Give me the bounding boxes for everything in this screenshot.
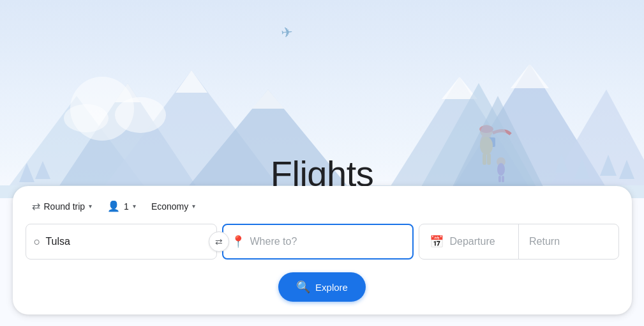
search-options-row: ⇄ Round trip ▾ 👤 1 ▾ Economy ▾ xyxy=(26,196,619,216)
search-fields-row: ○ ⇄ 📍 📅 Departure Return xyxy=(26,224,619,260)
departure-placeholder: Departure xyxy=(450,236,495,247)
departure-field[interactable]: 📅 Departure xyxy=(419,224,520,259)
svg-marker-9 xyxy=(252,89,284,109)
return-field[interactable]: Return xyxy=(519,224,618,259)
search-icon: 🔍 xyxy=(296,280,310,294)
calendar-icon: 📅 xyxy=(430,235,444,249)
explore-label: Explore xyxy=(315,282,348,293)
swap-arrows-icon: ⇄ xyxy=(32,200,40,212)
origin-input[interactable] xyxy=(45,236,208,247)
explore-btn-wrapper: 🔍 Explore xyxy=(26,272,619,302)
cabin-class-label: Economy xyxy=(151,201,188,212)
destination-location-icon: 📍 xyxy=(231,235,245,249)
swap-button[interactable]: ⇄ xyxy=(209,231,229,252)
origin-location-icon: ○ xyxy=(34,235,41,249)
search-panel: ⇄ Round trip ▾ 👤 1 ▾ Economy ▾ ○ xyxy=(13,186,632,314)
passengers-button[interactable]: 👤 1 ▾ xyxy=(101,196,142,216)
svg-point-21 xyxy=(64,104,109,132)
hero-section: ✈ xyxy=(0,0,644,198)
svg-point-20 xyxy=(115,97,166,133)
trip-type-chevron: ▾ xyxy=(89,203,92,210)
cabin-class-chevron: ▾ xyxy=(192,203,195,210)
passengers-chevron: ▾ xyxy=(133,203,136,210)
svg-marker-11 xyxy=(511,64,549,88)
page-content: ⇄ Round trip ▾ 👤 1 ▾ Economy ▾ ○ xyxy=(0,198,644,326)
trip-type-button[interactable]: ⇄ Round trip ▾ xyxy=(26,196,99,216)
destination-field-group: 📍 xyxy=(222,224,414,260)
return-placeholder: Return xyxy=(529,236,560,247)
trip-type-label: Round trip xyxy=(44,201,86,212)
svg-marker-8 xyxy=(176,70,207,93)
explore-button[interactable]: 🔍 Explore xyxy=(278,272,366,302)
person-icon: 👤 xyxy=(107,200,120,212)
passengers-label: 1 xyxy=(124,201,129,212)
dates-field-group: 📅 Departure Return xyxy=(419,224,619,260)
airplane-icon: ✈ xyxy=(280,24,293,41)
origin-field-group: ○ ⇄ xyxy=(26,224,217,260)
destination-input[interactable] xyxy=(250,236,405,247)
cabin-class-button[interactable]: Economy ▾ xyxy=(145,198,202,215)
